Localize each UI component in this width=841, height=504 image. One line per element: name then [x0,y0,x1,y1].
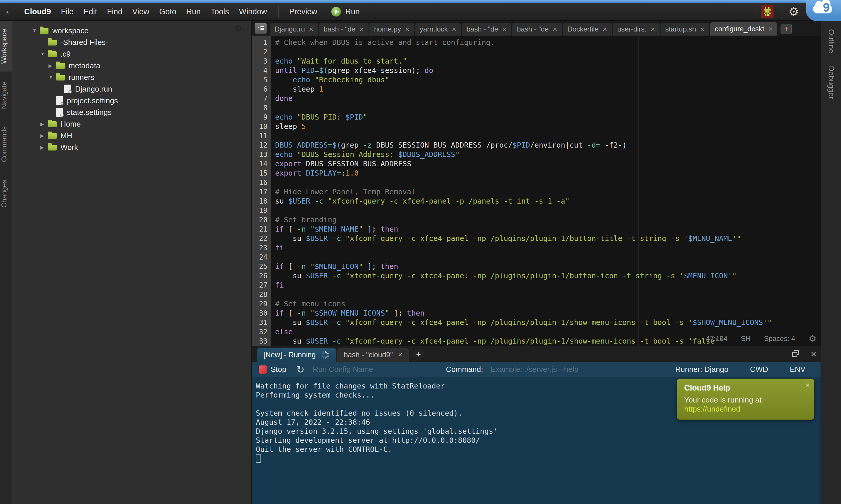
editor-tab-django-ru[interactable]: Django.ru× [270,23,318,36]
running-url-link[interactable]: https://undefined [684,404,740,413]
editor-tab-home-py[interactable]: home.py× [370,23,414,36]
bug-report-button[interactable] [753,5,781,18]
menu-item-edit[interactable]: Edit [79,5,102,19]
code-line: export DBUS_SESSION_BUS_ADDRESS [275,159,821,168]
disclosure-arrow-icon[interactable]: ▶ [49,63,56,69]
menu-item-view[interactable]: View [127,5,154,19]
editor-tab-bash-de[interactable]: bash - "de× [319,23,368,36]
editor-tab-dockerfile[interactable]: Dockerfile× [563,23,612,36]
tree-item-metadata[interactable]: ▶metadata [12,60,251,71]
code-line: if [ -n "$MENU_ICON" ]; then [275,262,821,271]
close-tab-icon[interactable]: × [309,26,313,32]
new-tab-button[interactable]: + [780,24,792,34]
rail-tab-outline[interactable]: Outline [827,29,836,53]
console-tab-bash[interactable]: bash - "cloud9" × [337,348,409,362]
runner-selector[interactable]: Runner: Django [675,365,728,374]
run-config-name-input[interactable] [312,364,435,374]
tree-item-c9[interactable]: ▼.c9 [12,48,251,60]
close-tab-icon[interactable]: × [768,26,773,32]
line-number: 31 [252,318,268,327]
cloud-icon: 9 [813,5,832,14]
tree-item-home[interactable]: ▶Home [12,118,251,130]
folder-icon [56,63,65,69]
rail-tab-debugger[interactable]: Debugger [827,66,836,99]
close-tab-icon[interactable]: × [359,26,364,32]
editor-tab-configure-deskt[interactable]: configure_deskt× [710,22,778,36]
tree-item-work[interactable]: ▶Work [12,142,251,153]
tree-item-workspace[interactable]: ▼workspace [12,25,251,36]
cloud9-logo[interactable]: 9 [806,0,841,21]
tree-item-label: runners [69,73,94,82]
menu-item-goto[interactable]: Goto [154,5,181,19]
rail-tab-workspace[interactable]: Workspace [0,21,12,72]
stop-button[interactable]: Stop [259,365,287,374]
preview-button[interactable]: Preview [285,5,321,19]
close-tab-icon[interactable]: × [398,350,402,359]
syntax-mode[interactable]: SH [741,335,751,343]
code-line: su $USER -c "xfconf-query -c xfce4-panel… [275,271,821,281]
console-tab-running[interactable]: [New] - Running [257,348,336,362]
indent-setting[interactable]: Spaces: 4 [764,335,795,343]
editor-tab-user-dirs[interactable]: user-dirs.× [613,23,660,36]
rail-tab-changes[interactable]: Changes [0,172,12,216]
cwd-button[interactable]: CWD [750,365,768,374]
close-tab-icon[interactable]: × [651,26,655,32]
tab-list-button[interactable] [255,22,267,34]
editor-tab-bash-de[interactable]: bash - "de× [462,23,512,36]
new-console-tab-button[interactable]: + [413,349,424,360]
menu-item-tools[interactable]: Tools [206,5,234,19]
cloud9-nine: 9 [823,1,829,15]
line-number: 30 [252,309,268,318]
tree-settings-button[interactable]: ⚙ ▾ [234,23,245,34]
disclosure-arrow-icon[interactable]: ▼ [40,51,48,57]
close-tab-icon[interactable]: × [603,26,607,32]
disclosure-arrow-icon[interactable]: ▼ [49,75,56,80]
rail-tab-commands[interactable]: Commands [0,119,12,170]
tree-item-state-settings[interactable]: ⚙state.settings [12,106,251,118]
maximize-icon[interactable] [791,350,800,358]
close-panel-icon[interactable]: × [811,349,817,358]
file-icon: ⚙ [56,96,63,105]
bug-icon [761,5,774,18]
cursor-position[interactable]: 47:104 [706,335,727,343]
menu-item-run[interactable]: Run [181,5,206,19]
disclosure-arrow-icon[interactable]: ▼ [32,28,40,33]
disclosure-arrow-icon[interactable]: ▶ [40,121,48,127]
rail-tab-navigate[interactable]: Navigate [0,73,12,117]
editor-tab-yarn-lock[interactable]: yarn.lock× [415,23,461,36]
env-button[interactable]: ENV [790,365,805,374]
tree-item-mh[interactable]: ▶MH [12,130,251,142]
command-input[interactable] [490,364,654,374]
disclosure-arrow-icon[interactable]: ▶ [40,133,48,139]
close-popup-icon[interactable]: × [805,381,810,390]
gear-icon[interactable]: ⚙ [809,334,817,344]
menu-item-file[interactable]: File [56,5,79,19]
menu-item-cloud9[interactable]: Cloud9 [19,5,56,19]
menu-item-find[interactable]: Find [102,5,127,19]
run-play-icon [331,7,341,17]
code-content[interactable]: # Check when DBUS is active and start co… [271,36,821,346]
code-line [275,47,821,57]
preferences-button[interactable]: ⚙ [782,5,806,18]
tree-item-project-settings[interactable]: ⚙project.settings [12,95,251,106]
disclosure-arrow-icon[interactable]: ▶ [40,145,48,150]
editor-tab-bash-de[interactable]: bash - "de× [512,23,562,36]
restart-icon[interactable]: ↻ [296,364,305,375]
menu-collapse-button[interactable]: ▲ [0,3,15,20]
tree-item-label: -Shared Files- [61,38,108,47]
editor-tab-startup-sh[interactable]: startup.sh× [660,23,709,36]
tree-item-shared-files[interactable]: -Shared Files- [12,36,251,48]
run-button[interactable]: Run [331,5,361,19]
menu-item-window[interactable]: Window [234,5,272,19]
code-editor[interactable]: 1234567891011121314151617181920212223242… [252,36,821,346]
close-tab-icon[interactable]: × [405,26,409,32]
line-number: 10 [252,122,268,131]
tree-item-django-run[interactable]: ⚙Django.run [12,83,251,95]
close-tab-icon[interactable]: × [452,26,456,32]
close-tab-icon[interactable]: × [502,26,507,32]
close-tab-icon[interactable]: × [553,26,557,32]
line-number: 27 [252,281,268,290]
close-tab-icon[interactable]: × [700,26,705,32]
line-number: 18 [252,197,268,206]
tree-item-runners[interactable]: ▼runners [12,71,251,83]
